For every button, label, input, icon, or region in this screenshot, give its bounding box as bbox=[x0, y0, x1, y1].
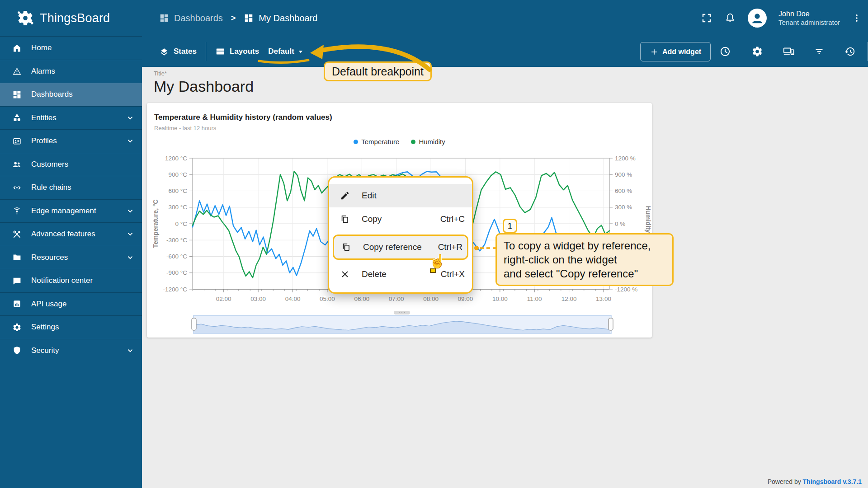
sidebar-item-label: Home bbox=[31, 43, 52, 52]
chevron-down-icon bbox=[126, 230, 135, 239]
chevron-down-icon bbox=[126, 346, 135, 355]
context-menu-edit[interactable]: Edit bbox=[329, 184, 472, 207]
svg-text:-1200 °C: -1200 °C bbox=[163, 286, 188, 293]
notifications-bell-icon[interactable] bbox=[724, 12, 736, 24]
person-icon bbox=[750, 10, 765, 26]
sidebar-item-notification-center[interactable]: Notification center bbox=[0, 269, 142, 292]
svg-text:13:00: 13:00 bbox=[596, 296, 611, 302]
shortcut-label: Ctrl+C bbox=[440, 214, 465, 224]
svg-text:04:00: 04:00 bbox=[285, 296, 301, 302]
breakpoint-callout: Default breakpoint bbox=[324, 61, 432, 81]
legend-item-temperature[interactable]: Temperature bbox=[354, 138, 399, 145]
svg-text:300 %: 300 % bbox=[615, 204, 632, 211]
svg-text:03:00: 03:00 bbox=[250, 296, 266, 302]
svg-text:09:00: 09:00 bbox=[458, 296, 473, 302]
user-block[interactable]: John Doe Tenant administrator bbox=[778, 9, 840, 27]
notification-bubble-icon bbox=[12, 276, 22, 286]
toolbar-divider bbox=[206, 42, 206, 61]
step-callout: To copy a widget by reference, right-cli… bbox=[495, 233, 674, 286]
sidebar-item-label: Customers bbox=[31, 160, 68, 169]
breadcrumb: Dashboards > My Dashboard bbox=[159, 0, 317, 36]
svg-text:1200 %: 1200 % bbox=[615, 155, 636, 162]
user-name: John Doe bbox=[778, 9, 840, 19]
svg-text:Temperature, °C: Temperature, °C bbox=[152, 199, 159, 248]
sidebar-item-label: API usage bbox=[31, 300, 66, 309]
layouts-button[interactable]: Layouts bbox=[215, 47, 259, 56]
context-menu-copy-reference[interactable]: Copy reference Ctrl+R bbox=[334, 236, 467, 258]
breadcrumb-dashboards[interactable]: Dashboards bbox=[159, 13, 223, 23]
sidebar-item-label: Dashboards bbox=[31, 90, 73, 99]
entities-icon bbox=[12, 113, 22, 122]
version-link[interactable]: Thingsboard v.3.7.1 bbox=[803, 478, 862, 485]
sidebar-item-label: Entities bbox=[31, 113, 57, 122]
svg-text:600 %: 600 % bbox=[615, 188, 632, 194]
filters-icon[interactable] bbox=[813, 46, 825, 57]
svg-text:0 °C: 0 °C bbox=[175, 221, 188, 227]
chevron-down-icon bbox=[126, 113, 135, 122]
sidebar-item-resources[interactable]: Resources bbox=[0, 246, 142, 269]
top-header: Dashboards > My Dashboard John Doe Tenan… bbox=[142, 0, 868, 36]
svg-text:-1200 %: -1200 % bbox=[615, 286, 637, 293]
sidebar-item-profiles[interactable]: Profiles bbox=[0, 129, 142, 153]
legend-item-humidity[interactable]: Humidity bbox=[411, 138, 445, 145]
cursor-highlight-box bbox=[430, 268, 436, 273]
svg-text:-600 °C: -600 °C bbox=[166, 253, 187, 260]
shortcut-label: Ctrl+X bbox=[441, 269, 465, 279]
hand-cursor-icon: ☝ bbox=[429, 253, 446, 269]
page-title: My Dashboard bbox=[154, 78, 254, 95]
sidebar-item-label: Advanced features bbox=[31, 230, 95, 239]
sidebar-item-rule-chains[interactable]: Rule chains bbox=[0, 176, 142, 199]
alarm-warning-icon bbox=[12, 66, 22, 76]
svg-text:10:00: 10:00 bbox=[492, 296, 508, 302]
sidebar-item-entities[interactable]: Entities bbox=[0, 106, 142, 130]
states-button[interactable]: States bbox=[159, 47, 197, 56]
sidebar-item-api-usage[interactable]: API usage bbox=[0, 292, 142, 316]
folder-icon bbox=[12, 253, 22, 262]
widget-subtitle: Realtime - last 12 hours bbox=[154, 125, 216, 131]
breadcrumb-my-dashboard[interactable]: My Dashboard bbox=[244, 13, 317, 23]
sidebar-item-label: Resources bbox=[31, 253, 68, 262]
sidebar-item-label: Edge management bbox=[31, 206, 96, 216]
sidebar-item-customers[interactable]: Customers bbox=[0, 153, 142, 176]
sidebar-item-alarms[interactable]: Alarms bbox=[0, 60, 142, 83]
svg-text:-900 °C: -900 °C bbox=[166, 269, 187, 276]
fullscreen-icon[interactable] bbox=[701, 12, 712, 24]
api-usage-icon bbox=[12, 299, 22, 309]
app-logo[interactable]: ThingsBoard bbox=[0, 0, 142, 36]
timewindow-clock-icon[interactable] bbox=[719, 46, 731, 57]
svg-text:06:00: 06:00 bbox=[354, 296, 369, 302]
thingsboard-app: ThingsBoard Home Alarms Dashboards Entit… bbox=[0, 0, 868, 488]
legend-dot-humidity bbox=[411, 140, 415, 144]
version-history-icon[interactable] bbox=[844, 46, 856, 57]
dashboard-settings-gear-icon[interactable] bbox=[751, 46, 763, 57]
sidebar-item-settings[interactable]: Settings bbox=[0, 315, 142, 339]
dashboard-toolbar: States Layouts Default Add widget bbox=[142, 36, 868, 67]
sidebar-item-home[interactable]: Home bbox=[0, 36, 142, 60]
plus-icon bbox=[650, 47, 659, 56]
rule-chains-icon bbox=[12, 183, 22, 192]
sidebar-item-label: Notification center bbox=[31, 276, 93, 285]
user-role: Tenant administrator bbox=[778, 19, 840, 27]
copy-reference-highlight: Copy reference Ctrl+R bbox=[333, 235, 468, 260]
kebab-menu-icon[interactable] bbox=[852, 13, 862, 23]
context-menu-copy[interactable]: Copy Ctrl+C bbox=[329, 207, 472, 231]
add-widget-button[interactable]: Add widget bbox=[640, 42, 711, 61]
chevron-down-icon bbox=[126, 206, 135, 216]
svg-text:08:00: 08:00 bbox=[423, 296, 439, 302]
copy-icon bbox=[341, 242, 351, 252]
sidebar-item-edge-management[interactable]: Edge management bbox=[0, 199, 142, 223]
entity-aliases-devices-icon[interactable] bbox=[783, 46, 794, 57]
sidebar-item-security[interactable]: Security bbox=[0, 339, 142, 362]
step-number-badge: 1 bbox=[503, 219, 517, 233]
sidebar-item-dashboards[interactable]: Dashboards bbox=[0, 83, 142, 106]
title-field-label: Title* bbox=[154, 70, 167, 77]
sidebar-item-label: Settings bbox=[31, 323, 59, 332]
svg-text:07:00: 07:00 bbox=[389, 296, 404, 302]
avatar[interactable] bbox=[748, 9, 767, 28]
edge-antenna-icon bbox=[12, 206, 22, 216]
sidebar-item-label: Security bbox=[31, 346, 59, 355]
powered-by-text: Powered by bbox=[768, 478, 803, 485]
context-menu-delete[interactable]: Delete Ctrl+X bbox=[329, 263, 472, 286]
legend-dot-temperature bbox=[354, 140, 358, 144]
sidebar-item-advanced-features[interactable]: Advanced features bbox=[0, 222, 142, 246]
